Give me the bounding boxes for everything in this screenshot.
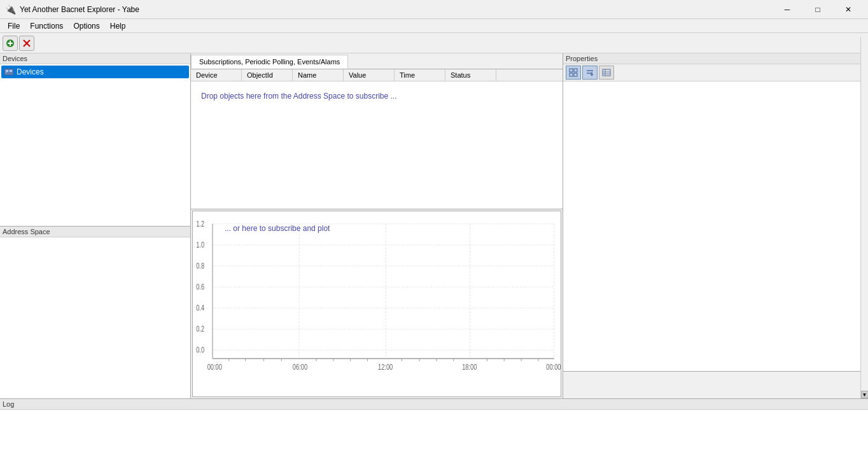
grid-icon — [569, 68, 578, 77]
drop-hint: Drop objects here from the Address Space… — [191, 81, 407, 111]
svg-rect-10 — [574, 69, 577, 72]
sort-icon — [585, 68, 594, 77]
window-title: Yet Another Bacnet Explorer - Yabe — [20, 5, 139, 14]
x-label-0600: 06:00 — [293, 363, 307, 371]
log-header: Log — [0, 399, 868, 410]
main-area: Devices Devices Address Space — [0, 53, 868, 398]
col-name: Name — [293, 69, 344, 81]
y-label-0-2: 0.2 — [196, 325, 204, 333]
x-label-0000-end: 00:00 — [546, 363, 561, 371]
title-bar-controls: ─ □ ✕ — [773, 0, 863, 19]
plus-icon — [6, 39, 15, 48]
list-icon — [602, 68, 611, 77]
table-body: Drop objects here from the Address Space… — [191, 81, 563, 209]
menu-file[interactable]: File — [3, 20, 25, 32]
devices-tree: Devices — [0, 64, 190, 226]
devices-section: Devices Devices — [0, 53, 190, 227]
svg-rect-6 — [6, 70, 8, 72]
chart-area: ... or here to subscribe and plot 1.2 1.… — [192, 211, 561, 397]
chart-hint: ... or here to subscribe and plot — [225, 224, 330, 233]
menu-options[interactable]: Options — [68, 20, 104, 32]
prop-btn-sort[interactable] — [582, 66, 598, 80]
tree-item-label: Devices — [17, 67, 44, 76]
minimize-button[interactable]: ─ — [773, 0, 802, 19]
svg-rect-7 — [10, 70, 12, 72]
x-label-0000: 00:00 — [207, 363, 222, 371]
menu-bar: File Functions Options Help — [0, 19, 868, 33]
subscriptions-tab[interactable]: Subscriptions, Periodic Polling, Events/… — [191, 55, 348, 69]
address-space-content — [0, 237, 190, 398]
toolbar — [0, 33, 868, 53]
menu-help[interactable]: Help — [105, 20, 131, 32]
col-status: Status — [445, 69, 496, 81]
left-panel: Devices Devices Address Space — [0, 53, 191, 398]
devices-tree-icon — [4, 67, 14, 77]
subscriptions-tab-bar: Subscriptions, Periodic Polling, Events/… — [191, 53, 563, 69]
log-section: Log — [0, 398, 868, 462]
properties-content — [563, 81, 868, 371]
chart-svg: 1.2 1.0 0.8 0.6 0.4 0.2 0.0 — [193, 211, 561, 396]
right-panel: Properties — [563, 53, 868, 398]
properties-header: Properties — [563, 53, 868, 64]
y-label-0-4: 0.4 — [196, 304, 204, 312]
right-scrollbar: ▼ — [860, 53, 868, 398]
col-objectid: ObjectId — [242, 69, 293, 81]
prop-btn-list[interactable] — [599, 66, 614, 80]
svg-rect-16 — [603, 69, 610, 76]
col-device: Device — [191, 69, 242, 81]
y-label-1-0: 1.0 — [196, 241, 204, 249]
prop-btn-grid[interactable] — [566, 66, 581, 80]
app-icon: 🔌 — [5, 4, 16, 15]
y-label-1-2: 1.2 — [196, 220, 204, 228]
y-label-0-6: 0.6 — [196, 283, 204, 291]
close-button[interactable]: ✕ — [834, 0, 863, 19]
properties-toolbar — [563, 64, 868, 81]
col-time: Time — [395, 69, 445, 81]
subscriptions-table-area: Device ObjectId Name Value Time Status D… — [191, 69, 563, 209]
remove-button[interactable] — [19, 36, 34, 51]
x-label-1800: 18:00 — [462, 363, 477, 371]
tree-item-devices[interactable]: Devices — [1, 66, 189, 78]
address-space-header: Address Space — [0, 227, 190, 237]
x-label-1200: 12:00 — [378, 363, 393, 371]
properties-bottom-area — [563, 372, 868, 398]
col-value: Value — [344, 69, 395, 81]
svg-rect-9 — [570, 69, 573, 72]
title-bar: 🔌 Yet Another Bacnet Explorer - Yabe ─ □… — [0, 0, 868, 19]
svg-rect-12 — [574, 73, 577, 76]
y-label-0-8: 0.8 — [196, 262, 204, 270]
table-header: Device ObjectId Name Value Time Status — [191, 69, 563, 81]
restore-button[interactable]: □ — [803, 0, 832, 19]
devices-header: Devices — [0, 53, 190, 64]
svg-rect-8 — [6, 73, 7, 73]
menu-functions[interactable]: Functions — [25, 20, 68, 32]
svg-rect-11 — [570, 73, 573, 76]
center-panel: Subscriptions, Periodic Polling, Events/… — [191, 53, 563, 398]
address-space-section: Address Space — [0, 227, 190, 398]
log-content — [0, 410, 868, 462]
title-bar-left: 🔌 Yet Another Bacnet Explorer - Yabe — [5, 4, 139, 15]
close-icon — [22, 39, 31, 48]
add-button[interactable] — [3, 36, 18, 51]
scroll-down-arrow[interactable]: ▼ — [861, 391, 869, 398]
properties-section: Properties — [563, 53, 868, 372]
y-label-0-0: 0.0 — [196, 346, 204, 354]
subscriptions-tab-label: Subscriptions, Periodic Polling, Events/… — [199, 58, 340, 66]
